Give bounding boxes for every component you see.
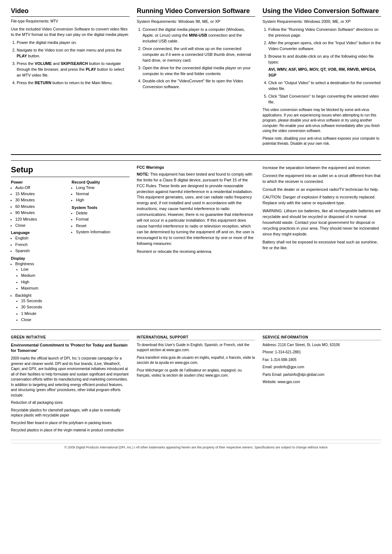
system-tools-label: System Tools bbox=[72, 205, 129, 210]
brightness-subitems: Low Medium High Maximum bbox=[21, 267, 69, 291]
running-step-3: Open the drive for the connected digital… bbox=[143, 65, 256, 77]
power-item: 30 Minutes bbox=[15, 197, 69, 203]
footer-text: © 2009 Digital Products International (D… bbox=[64, 446, 327, 449]
intl-body2: Para transferir esta guía de usuario en … bbox=[137, 355, 256, 366]
using-column: Using the Video Conversion Software Syst… bbox=[262, 7, 381, 149]
green-column: GREEN INITIATIVE Environmental Commitmen… bbox=[11, 335, 130, 435]
rq-normal: Normal bbox=[76, 191, 129, 197]
fcc-title: FCC Warnings bbox=[137, 165, 256, 169]
setup-column: Setup Power Auto-Off 15 Minutes 30 Minut… bbox=[11, 165, 130, 325]
st-format: Format bbox=[76, 217, 129, 222]
lang-spanish: Spanish bbox=[15, 248, 69, 254]
backlight-30s: 30 Seconds bbox=[21, 304, 69, 310]
using-step-5: Click "Start Conversion" to begin conver… bbox=[268, 94, 381, 105]
bright-medium: Medium bbox=[21, 273, 69, 278]
green-title: Environmental Commitment to 'Protect for… bbox=[11, 342, 130, 354]
top-section: Video File-type Requirements: MTV Use th… bbox=[11, 7, 381, 155]
using-step-4: Click on "Output Video" to select a dest… bbox=[268, 80, 381, 92]
st-delete: Delete bbox=[76, 210, 129, 216]
running-step-4: Double-click on the "VideoConvert" file … bbox=[143, 78, 256, 90]
intl-body1: To download this User's Guide in English… bbox=[137, 342, 256, 353]
service-email: Email: prodinfo@gpx.com bbox=[262, 365, 381, 370]
green-item-1: Reduction of all packaging sizes bbox=[11, 400, 130, 406]
fcc-note: NOTE: bbox=[137, 172, 149, 176]
power-item: 60 Minutes bbox=[15, 204, 69, 209]
green-item-2: Recyclable plastics for clamshell packag… bbox=[11, 408, 130, 418]
running-column: Running Video Conversion Software System… bbox=[137, 7, 256, 149]
backlight-close: Close bbox=[21, 317, 69, 323]
power-item: 120 Minutes bbox=[15, 217, 69, 222]
caution-item-3: Consult the dealer or an experienced rad… bbox=[262, 187, 381, 193]
page-wrapper: Video File-type Requirements: MTV Use th… bbox=[11, 7, 381, 449]
using-step-3: Browse to and double-click on any of the… bbox=[268, 54, 381, 78]
setup-two-col: Power Auto-Off 15 Minutes 30 Minutes 60 … bbox=[11, 180, 130, 325]
service-column: SERVICE INFORMATION Address: 2116 Carr S… bbox=[262, 335, 381, 435]
backlight-subitems: 15 Seconds 30 Seconds 1 Minute Close bbox=[21, 298, 69, 323]
setup-left: Power Auto-Off 15 Minutes 30 Minutes 60 … bbox=[11, 180, 69, 325]
green-header: GREEN INITIATIVE bbox=[11, 335, 130, 340]
record-quality-items: Long Time Normal High bbox=[76, 185, 129, 203]
middle-section: Setup Power Auto-Off 15 Minutes 30 Minut… bbox=[11, 160, 381, 330]
caution-item-1: Increase the separation between the equi… bbox=[262, 165, 381, 171]
green-body1: 2009 marks the official launch of DPI, I… bbox=[11, 356, 130, 398]
power-label: Power bbox=[11, 180, 69, 184]
intl-body3: Pour télécharger ce guide de l'utilisate… bbox=[137, 368, 256, 378]
caution-item-2: Connect the equipment into an outlet on … bbox=[262, 173, 381, 185]
caution-item-5: WARNING: Lithium ion batteries, like all… bbox=[262, 208, 381, 237]
record-quality-label: Record Quality bbox=[72, 180, 129, 184]
backlight-15s: 15 Seconds bbox=[21, 298, 69, 304]
green-item-4: Recycled plastics in place of the virgin… bbox=[11, 428, 130, 433]
setup-right: Record Quality Long Time Normal High Sys… bbox=[72, 180, 129, 325]
using-warning1: This video conversion software may be bl… bbox=[262, 107, 381, 134]
st-sysinfo: System Information bbox=[76, 229, 129, 235]
using-sys-req: System Requirements: Windows 2000, ME, o… bbox=[262, 19, 381, 25]
display-backlight: Backlight 15 Seconds 30 Seconds 1 Minute… bbox=[15, 293, 69, 323]
video-step-3: Press the VOLUME and SKIP/SEARCH button … bbox=[17, 61, 130, 78]
green-item-3: Recycled fiber board in place of the pol… bbox=[11, 420, 130, 426]
service-header: SERVICE INFORMATION bbox=[262, 335, 381, 340]
video-step-2: Navigate to the Video icon on the main m… bbox=[17, 48, 130, 59]
power-item: Auto-Off bbox=[15, 185, 69, 190]
display-items: Brightness Low Medium High Maximum Backl… bbox=[15, 261, 69, 323]
setup-title: Setup bbox=[11, 165, 130, 175]
service-website: Website: www.gpx.com bbox=[262, 379, 381, 385]
using-steps: Follow the "Running Video Conversion Sof… bbox=[268, 27, 381, 105]
running-sys-req: System Requirements: Windows 98, ME, or … bbox=[137, 19, 256, 25]
using-title: Using the Video Conversion Software bbox=[262, 7, 381, 15]
file-types-list: AVI, WMV, ASF, MPG, MOV, QT, VOB, RM, RM… bbox=[268, 67, 376, 77]
service-parts-email: Parts Email: partsinfo@dpi-global.com bbox=[262, 372, 381, 378]
system-tools-items: Delete Format Reset System Information bbox=[76, 210, 129, 235]
running-title: Running Video Conversion Software bbox=[137, 7, 256, 15]
power-item: Close bbox=[15, 223, 69, 228]
caution-item-4: CAUTION: Danger of explosion if battery … bbox=[262, 194, 381, 206]
lang-french: French bbox=[15, 242, 69, 247]
fcc-measure-1: Reorient or relocate the receiving anten… bbox=[137, 249, 256, 255]
video-step-1: Power the digital media player on. bbox=[17, 40, 130, 46]
video-step-4: Press the RETURN button to return to the… bbox=[17, 80, 130, 86]
running-step-1: Connect the digital media player to a co… bbox=[143, 27, 256, 44]
st-reset: Reset bbox=[76, 223, 129, 229]
bright-high: High bbox=[21, 279, 69, 285]
display-label: Display bbox=[11, 256, 69, 260]
caution-item-6: Battery shall not be exposed to excessiv… bbox=[262, 239, 381, 251]
video-intro: Use the included Video Conversion Softwa… bbox=[11, 26, 130, 38]
using-step-2: After the program opens, click on the "I… bbox=[268, 40, 381, 52]
caution-column: Increase the separation between the equi… bbox=[262, 165, 381, 325]
rq-high: High bbox=[76, 197, 129, 203]
language-label: Language bbox=[11, 230, 69, 235]
running-steps: Connect the digital media player to a co… bbox=[143, 27, 256, 90]
power-item: 90 Minutes bbox=[15, 210, 69, 216]
backlight-1min: 1 Minute bbox=[21, 311, 69, 316]
using-step-1: Follow the "Running Video Conversion Sof… bbox=[268, 27, 381, 38]
video-steps: Power the digital media player on. Navig… bbox=[17, 40, 130, 86]
video-column: Video File-type Requirements: MTV Use th… bbox=[11, 7, 130, 149]
power-item: 15 Minutes bbox=[15, 191, 69, 197]
bright-low: Low bbox=[21, 267, 69, 272]
fcc-body-text: This equipment has been tested and found… bbox=[137, 172, 254, 246]
service-phone: Phone: 1-314-621-2881 bbox=[262, 350, 381, 355]
intl-column: INTERNATIONAL SUPPORT To download this U… bbox=[137, 335, 256, 435]
power-items: Auto-Off 15 Minutes 30 Minutes 60 Minute… bbox=[15, 185, 69, 229]
service-fax: Fax: 1-314-588-1805 bbox=[262, 357, 381, 363]
service-address: Address: 2116 Carr Street, St. Louis MO,… bbox=[262, 342, 381, 348]
language-items: English French Spanish bbox=[15, 235, 69, 254]
